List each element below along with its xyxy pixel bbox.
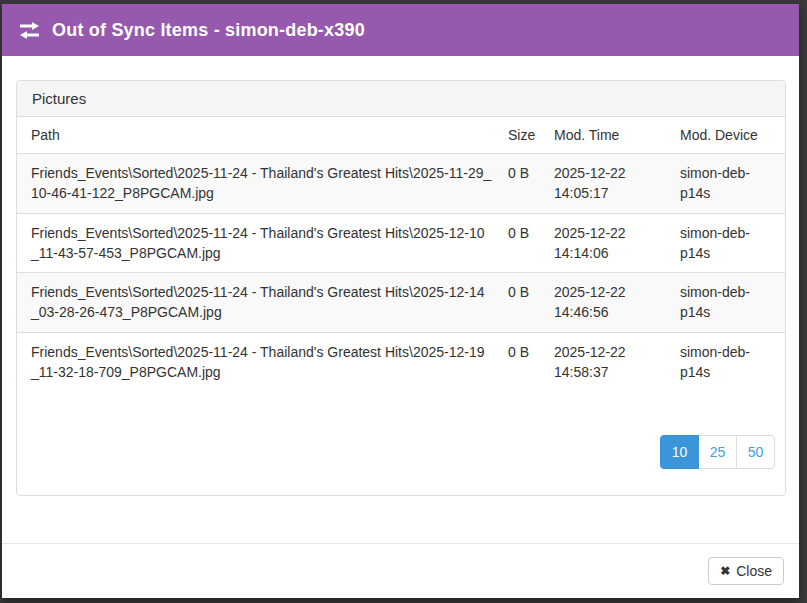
close-button[interactable]: ✖ Close [708, 557, 784, 585]
out-of-sync-table: Path Size Mod. Time Mod. Device Friends_… [17, 117, 785, 391]
page-size-button-10[interactable]: 10 [660, 435, 699, 469]
cell-size: 0 B [500, 213, 546, 273]
modal-header: Out of Sync Items - simon-deb-x390 [2, 4, 799, 56]
cell-path: Friends_Events\Sorted\2025-11-24 - Thail… [17, 332, 500, 391]
column-header-size: Size [500, 117, 546, 154]
pagination: 10 25 50 [660, 395, 775, 469]
out-of-sync-modal: Out of Sync Items - simon-deb-x390 Pictu… [2, 4, 799, 598]
cell-mod-device: simon-deb-p14s [672, 332, 785, 391]
table-row: Friends_Events\Sorted\2025-11-24 - Thail… [17, 154, 785, 214]
page-size-button-50[interactable]: 50 [736, 435, 775, 469]
cell-mod-device: simon-deb-p14s [672, 273, 785, 333]
cell-size: 0 B [500, 154, 546, 214]
cell-path: Friends_Events\Sorted\2025-11-24 - Thail… [17, 154, 500, 214]
table-row: Friends_Events\Sorted\2025-11-24 - Thail… [17, 332, 785, 391]
page-size-button-25[interactable]: 25 [698, 435, 737, 469]
cell-mod-time: 2025-12-22 14:14:06 [546, 213, 672, 273]
cell-mod-time: 2025-12-22 14:58:37 [546, 332, 672, 391]
cell-size: 0 B [500, 332, 546, 391]
table-row: Friends_Events\Sorted\2025-11-24 - Thail… [17, 213, 785, 273]
cell-mod-device: simon-deb-p14s [672, 154, 785, 214]
column-header-mod-device: Mod. Device [672, 117, 785, 154]
cell-path: Friends_Events\Sorted\2025-11-24 - Thail… [17, 273, 500, 333]
table-header-row: Path Size Mod. Time Mod. Device [17, 117, 785, 154]
modal-title: Out of Sync Items - simon-deb-x390 [52, 20, 365, 41]
cell-size: 0 B [500, 273, 546, 333]
modal-body: Pictures Path Size Mod. Time Mod. Device… [2, 56, 799, 543]
table-row: Friends_Events\Sorted\2025-11-24 - Thail… [17, 273, 785, 333]
cell-mod-device: simon-deb-p14s [672, 213, 785, 273]
cell-mod-time: 2025-12-22 14:46:56 [546, 273, 672, 333]
folder-panel: Pictures Path Size Mod. Time Mod. Device… [16, 80, 786, 496]
column-header-mod-time: Mod. Time [546, 117, 672, 154]
panel-title: Pictures [17, 81, 785, 117]
cell-mod-time: 2025-12-22 14:05:17 [546, 154, 672, 214]
modal-footer: ✖ Close [2, 543, 799, 598]
cell-path: Friends_Events\Sorted\2025-11-24 - Thail… [17, 213, 500, 273]
exchange-icon [19, 22, 40, 39]
close-button-label: Close [736, 563, 772, 579]
column-header-path: Path [17, 117, 500, 154]
close-icon: ✖ [720, 564, 730, 578]
